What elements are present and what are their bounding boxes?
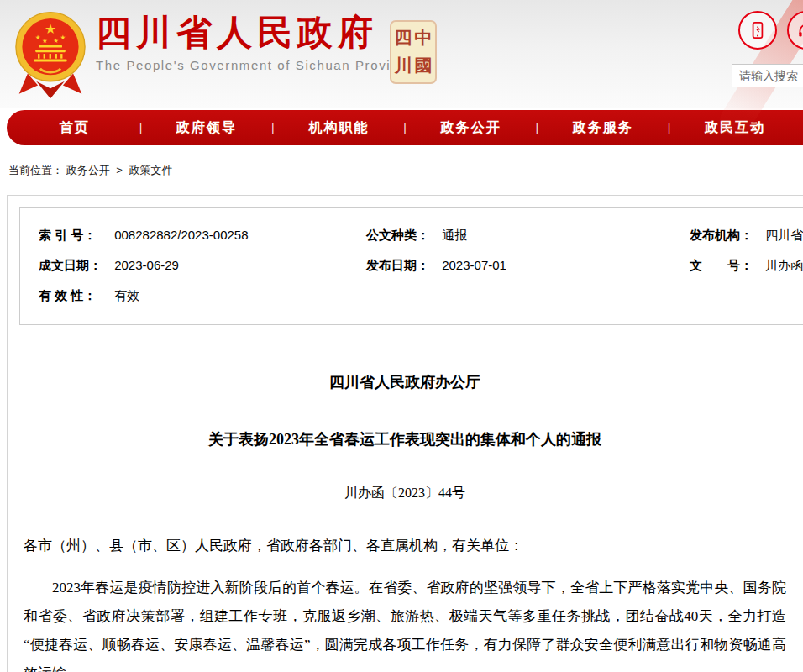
meta-label: 公文种类： [366, 228, 438, 244]
site-header: ★ ★ ★ ★ ★ 四川省人民政府 The People's Governmen… [0, 0, 803, 108]
salutation: 各市（州）、县（市、区）人民政府，省政府各部门、各直属机构，有关单位： [24, 536, 786, 555]
meta-label: 发布日期： [366, 258, 438, 274]
meta-label: 文 号： [690, 258, 762, 274]
nav-item-gov-info-disclosure[interactable]: 政务公开 [407, 110, 536, 145]
breadcrumb: 当前位置： 政务公开 > 政策文件 [8, 163, 803, 178]
meta-label: 发布机构： [690, 228, 762, 244]
meta-value: 通报 [442, 228, 467, 242]
nav-item-government-leaders[interactable]: 政府领导 [142, 110, 271, 145]
meta-cell-issuing-agency: 发布机构： 四川省人 [690, 228, 803, 244]
meta-label: 索 引 号： [39, 228, 111, 244]
meta-info-box: 索 引 号： 008282882/2023-00258 公文种类： 通报 发布机… [19, 207, 803, 325]
meta-value: 川办函〔 [765, 258, 803, 272]
national-emblem-logo[interactable]: ★ ★ ★ ★ ★ [15, 7, 86, 102]
meta-value: 2023-06-29 [114, 258, 179, 272]
meta-cell-validity: 有 效 性： 有效 [39, 288, 366, 304]
meta-cell-document-type: 公文种类： 通报 [366, 228, 690, 244]
meta-value: 四川省人 [765, 228, 803, 242]
mobile-phone-glyph [747, 19, 769, 41]
seal-char: 四 [393, 24, 413, 52]
nav-item-home[interactable]: 首页 [10, 110, 139, 145]
meta-cell-publish-date: 发布日期： 2023-07-01 [366, 258, 690, 274]
seal-char: 國 [413, 52, 433, 80]
meta-label: 成文日期： [39, 258, 111, 274]
doc-number: 川办函〔2023〕44号 [24, 485, 786, 502]
meta-value: 2023-07-01 [442, 258, 506, 272]
nav-item-org-functions[interactable]: 机构职能 [275, 110, 404, 145]
meta-cell-written-date: 成文日期： 2023-06-29 [39, 258, 366, 274]
breadcrumb-link-policy-documents[interactable]: 政策文件 [129, 164, 172, 176]
svg-text:★: ★ [60, 34, 66, 41]
org-title: 四川省人民政府办公厅 [24, 372, 786, 392]
document-body: 四川省人民政府办公厅 关于表扬2023年全省春运工作表现突出的集体和个人的通报 … [24, 372, 786, 672]
meta-cell-index-number: 索 引 号： 008282882/2023-00258 [39, 228, 366, 244]
nav-item-gov-services[interactable]: 政务服务 [538, 110, 668, 145]
site-title: 四川省人民政府 [96, 13, 415, 52]
breadcrumb-separator: > [116, 164, 123, 176]
sichuan-seal: 四 中 川 國 [390, 20, 437, 84]
doc-title: 关于表扬2023年全省春运工作表现突出的集体和个人的通报 [24, 429, 786, 449]
meta-value: 有效 [114, 288, 139, 302]
svg-text:★: ★ [45, 22, 56, 36]
search-input[interactable] [732, 64, 803, 87]
paragraph-1: 2023年春运是疫情防控进入新阶段后的首个春运。在省委、省政府的坚强领导下，全省… [24, 574, 786, 672]
seal-char: 川 [393, 52, 413, 80]
document-container: 索 引 号： 008282882/2023-00258 公文种类： 通报 发布机… [7, 195, 803, 672]
site-subtitle: The People's Government of Sichuan Provi… [96, 58, 415, 72]
svg-text:★: ★ [42, 37, 48, 45]
main-nav: 首页 | 政府领导 | 机构职能 | 政务公开 | 政务服务 | 政民互动 [7, 110, 803, 145]
breadcrumb-prefix: 当前位置： [8, 164, 63, 176]
headset-glyph [795, 19, 803, 41]
svg-text:★: ★ [53, 37, 59, 45]
svg-text:★: ★ [35, 34, 41, 41]
seal-char: 中 [413, 24, 433, 52]
breadcrumb-link-gov-info[interactable]: 政务公开 [66, 164, 110, 176]
site-title-block: 四川省人民政府 The People's Government of Sichu… [96, 13, 415, 72]
meta-label: 有 效 性： [39, 288, 111, 304]
page-viewport: ★ ★ ★ ★ ★ 四川省人民政府 The People's Governmen… [0, 0, 803, 672]
meta-cell-document-number: 文 号： 川办函〔 [690, 258, 803, 274]
national-emblem-icon: ★ ★ ★ ★ ★ [15, 7, 86, 102]
mobile-icon[interactable] [738, 11, 777, 50]
meta-value: 008282882/2023-00258 [114, 228, 248, 242]
